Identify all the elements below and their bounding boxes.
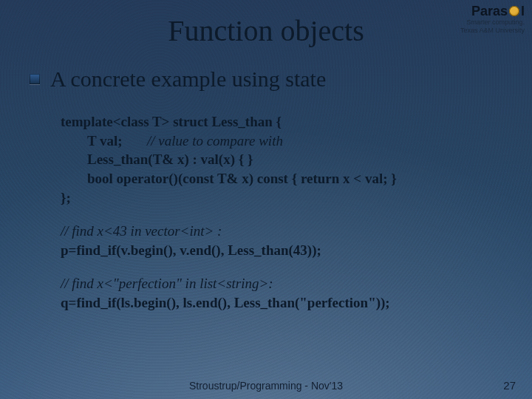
- square-bullet-icon: [30, 74, 40, 84]
- code-comment: // value to compare with: [147, 133, 283, 149]
- code-comment: // find x<43 in vector<int> :: [61, 222, 502, 241]
- code-block: template<class T> struct Less_than { T v…: [61, 112, 502, 313]
- footer-text: Stroustrup/Programming - Nov'13: [0, 380, 532, 392]
- code-line: Less_than(T& x) : val(x) { }: [61, 150, 502, 169]
- code-comment: // find x<"perfection" in list<string>:: [61, 274, 502, 293]
- code-line: };: [61, 188, 502, 208]
- code-line: q=find_if(ls.begin(), ls.end(), Less_tha…: [61, 293, 502, 313]
- code-line: template<class T> struct Less_than {: [61, 112, 502, 132]
- subheading-text: A concrete example using state: [50, 66, 326, 92]
- content-area: A concrete example using state template<…: [30, 66, 502, 313]
- subheading-row: A concrete example using state: [30, 66, 502, 92]
- page-title: Function objects: [0, 13, 532, 48]
- code-span: T val;: [87, 133, 123, 149]
- code-line: T val; // value to compare with: [61, 132, 502, 151]
- code-line: p=find_if(v.begin(), v.end(), Less_than(…: [61, 241, 502, 260]
- page-number: 27: [503, 379, 516, 392]
- code-line: bool operator()(const T& x) const { retu…: [61, 169, 502, 188]
